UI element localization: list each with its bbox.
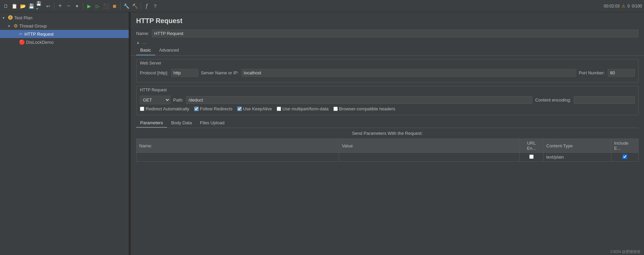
save-icon[interactable]: 💾 — [27, 2, 35, 10]
param-include-cell[interactable] — [611, 153, 639, 162]
table-row: text/plain — [136, 153, 639, 162]
remove-icon[interactable]: − — [65, 2, 72, 10]
clear-icon[interactable]: ✦ — [73, 2, 81, 10]
new-icon[interactable]: 🗋 — [2, 2, 10, 10]
follow-redirects-checkbox[interactable]: Follow Redirects — [194, 106, 233, 111]
use-keepalive-input[interactable] — [237, 107, 242, 111]
parameters-title: Send Parameters With the Request: — [136, 131, 639, 136]
tree-arrow: ▾ — [8, 24, 12, 28]
content-encoding-label: Content encoding: — [535, 97, 571, 103]
collapse-button[interactable]: ▲ — [136, 40, 140, 44]
remote-start-icon[interactable]: 🔧 — [123, 2, 130, 10]
param-value-cell[interactable] — [339, 153, 519, 162]
col-header-include: Include E... — [611, 139, 639, 153]
http-request-body: GET POST PUT DELETE PATCH HEAD OPTIONS P… — [136, 94, 638, 115]
page-title: HTTP Request — [131, 12, 644, 28]
redirect-auto-label: Redirect Automatically — [146, 106, 189, 111]
sep1 — [54, 3, 54, 10]
param-name-cell[interactable] — [136, 153, 339, 162]
stop-icon[interactable]: ⬛ — [102, 2, 110, 10]
add-icon[interactable]: + — [56, 2, 64, 10]
tab-advanced[interactable]: Advanced — [155, 45, 183, 55]
follow-redirects-label: Follow Redirects — [200, 106, 233, 111]
sub-tabs-bar: Parameters Body Data Files Upload — [136, 119, 639, 128]
col-header-content-type: Content-Type — [544, 139, 611, 153]
redirect-auto-input[interactable] — [140, 107, 144, 111]
http-request-section: HTTP Request GET POST PUT DELETE PATCH H… — [136, 86, 639, 115]
sub-tab-files-upload[interactable]: Files Upload — [196, 119, 228, 128]
server-label: Server Name or IP: — [201, 70, 239, 75]
sidebar-item-label: DisLockDemo — [26, 40, 54, 45]
method-select[interactable]: GET POST PUT DELETE PATCH HEAD OPTIONS — [140, 96, 170, 104]
name-input[interactable] — [152, 30, 639, 37]
test-plan-icon: 🅐 — [8, 15, 13, 20]
function-helper-icon[interactable]: ƒ — [143, 2, 150, 10]
multipart-checkbox[interactable]: Use multipart/form-data — [277, 106, 329, 111]
port-input[interactable] — [608, 69, 635, 77]
shutdown-icon[interactable]: ⏹ — [111, 2, 118, 10]
parameters-table: Name: Value URL En... Content-Type Inclu… — [136, 139, 639, 162]
web-server-title: Web Server — [136, 59, 638, 67]
tab-basic[interactable]: Basic — [136, 45, 155, 55]
sidebar-item-http-request[interactable]: ✏ HTTP Request — [0, 30, 129, 38]
content-body: Web Server Protocol [http]: Server Name … — [131, 56, 644, 255]
help-icon[interactable]: ? — [151, 2, 159, 10]
toolbar: 🗋 📋 📂 💾 💾+ ↩ + − ✦ ▶ ▷ ⬛ ⏹ 🔧 🔨 ƒ ? 00:02… — [0, 0, 644, 12]
param-url-encode-cell[interactable] — [520, 153, 544, 162]
tree-arrow — [14, 32, 18, 36]
web-server-body: Protocol [http]: Server Name or IP: Port… — [136, 67, 638, 82]
sidebar-item-test-plan[interactable]: ▾ 🅐 Test Plan — [0, 14, 129, 22]
param-content-type-cell: text/plain — [544, 153, 611, 162]
save-as-icon[interactable]: 💾+ — [36, 2, 43, 10]
server-name-input[interactable] — [241, 69, 576, 77]
sub-tab-body-data[interactable]: Body Data — [167, 119, 196, 128]
checkboxes-row: Redirect Automatically Follow Redirects … — [140, 106, 635, 111]
timer-display: 00:02:03 — [604, 4, 620, 8]
bottom-watermark: CSDN @肥猪猪爸 — [607, 249, 644, 255]
sidebar-item-label: Thread Group — [19, 23, 47, 29]
browser-compatible-input[interactable] — [333, 107, 338, 111]
content-encoding-input[interactable] — [574, 96, 635, 104]
col-header-name: Name: — [136, 139, 339, 153]
name-row: Name: — [131, 28, 644, 39]
redirect-auto-checkbox[interactable]: Redirect Automatically — [140, 106, 189, 111]
open-icon[interactable]: 📂 — [19, 2, 26, 10]
port-label: Port Number: — [579, 70, 605, 75]
sidebar-item-thread-group[interactable]: ▾ ⚙ Thread Group — [0, 22, 129, 30]
sub-tab-parameters[interactable]: Parameters — [136, 119, 167, 128]
tree-arrow — [14, 40, 18, 44]
content-panel: HTTP Request Name: ▲ ... Basic Advanced … — [131, 12, 644, 255]
multipart-input[interactable] — [277, 107, 281, 111]
warning-count: 0 — [627, 4, 630, 8]
thread-group-icon: ⚙ — [14, 23, 18, 29]
sidebar-item-dis-lock-demo[interactable]: 🔴 DisLockDemo — [0, 38, 129, 46]
sidebar-item-label: HTTP Request — [24, 32, 54, 37]
sep4 — [141, 3, 141, 10]
main-layout: ▾ 🅐 Test Plan ▾ ⚙ Thread Group ✏ HTTP Re… — [0, 12, 644, 255]
follow-redirects-input[interactable] — [194, 107, 199, 111]
start-no-pause-icon[interactable]: ▷ — [94, 2, 101, 10]
use-keepalive-label: Use KeepAlive — [243, 106, 272, 111]
remote-stop-icon[interactable]: 🔨 — [131, 2, 139, 10]
protocol-input[interactable] — [171, 69, 198, 77]
multipart-label: Use multipart/form-data — [282, 106, 329, 111]
browser-compatible-checkbox[interactable]: Browser-compatible headers — [333, 106, 395, 111]
protocol-label: Protocol [http]: — [140, 70, 168, 75]
thread-count: 0/100 — [632, 4, 642, 8]
use-keepalive-checkbox[interactable]: Use KeepAlive — [237, 106, 272, 111]
path-label: Path: — [173, 97, 183, 103]
name-label: Name: — [136, 31, 149, 36]
start-icon[interactable]: ▶ — [85, 2, 93, 10]
method-path-row: GET POST PUT DELETE PATCH HEAD OPTIONS P… — [140, 96, 635, 104]
http-request-icon: ✏ — [19, 31, 23, 37]
divider-dots: ... — [143, 40, 146, 45]
revert-icon[interactable]: ↩ — [44, 2, 52, 10]
col-header-value: Value — [339, 139, 519, 153]
col-header-url-encode: URL En... — [520, 139, 544, 153]
tabs-bar: Basic Advanced — [131, 45, 644, 56]
open-templates-icon[interactable]: 📋 — [11, 2, 18, 10]
url-encode-checkbox[interactable] — [529, 154, 534, 159]
parameters-section: Send Parameters With the Request: Name: … — [136, 131, 639, 162]
path-input[interactable] — [186, 96, 532, 104]
include-checkbox[interactable] — [623, 154, 627, 159]
